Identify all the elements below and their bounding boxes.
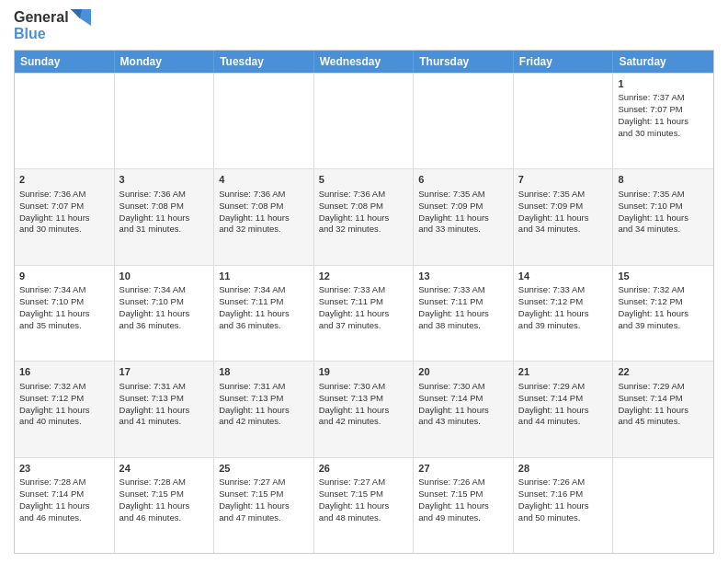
day-info-line: and 39 minutes.: [618, 320, 709, 332]
day-info-line: Sunrise: 7:34 AM: [219, 284, 309, 296]
day-number: 3: [119, 173, 210, 187]
calendar-week-4: 16Sunrise: 7:32 AMSunset: 7:12 PMDayligh…: [15, 361, 713, 456]
day-info-line: Sunrise: 7:30 AM: [319, 381, 409, 393]
calendar-cell: 19Sunrise: 7:30 AMSunset: 7:13 PMDayligh…: [314, 362, 415, 456]
day-info-line: Sunrise: 7:32 AM: [618, 284, 709, 296]
day-info-line: Sunrise: 7:29 AM: [618, 381, 709, 393]
day-info-line: Sunrise: 7:36 AM: [219, 189, 309, 201]
day-info-line: Sunrise: 7:35 AM: [618, 189, 709, 201]
day-info-line: and 37 minutes.: [319, 320, 409, 332]
day-info-line: and 44 minutes.: [518, 416, 609, 428]
day-info-line: Sunrise: 7:27 AM: [219, 477, 309, 488]
calendar-cell: 8Sunrise: 7:35 AMSunset: 7:10 PMDaylight…: [613, 169, 713, 264]
day-info-line: Sunset: 7:13 PM: [319, 393, 409, 405]
day-info-line: Sunset: 7:08 PM: [219, 201, 309, 213]
day-info-line: Sunset: 7:07 PM: [618, 104, 709, 116]
day-info-line: Sunset: 7:14 PM: [618, 393, 709, 405]
day-info-line: Daylight: 11 hours: [219, 405, 309, 417]
day-number: 21: [518, 365, 609, 379]
day-info-line: Daylight: 11 hours: [518, 500, 609, 512]
calendar-cell: 11Sunrise: 7:34 AMSunset: 7:11 PMDayligh…: [214, 266, 314, 361]
day-info-line: Sunrise: 7:33 AM: [319, 284, 409, 296]
day-info-line: and 42 minutes.: [219, 416, 309, 428]
day-number: 17: [119, 365, 210, 379]
day-info-line: and 31 minutes.: [119, 224, 210, 236]
day-info-line: and 47 minutes.: [219, 512, 309, 524]
day-info-line: Sunrise: 7:35 AM: [418, 189, 508, 201]
day-number: 15: [618, 270, 709, 283]
day-info-line: Sunset: 7:11 PM: [219, 296, 309, 308]
day-info-line: Daylight: 11 hours: [219, 500, 309, 512]
day-info-line: Sunset: 7:10 PM: [19, 296, 109, 308]
day-number: 14: [518, 270, 609, 283]
day-header-wednesday: Wednesday: [314, 51, 415, 73]
day-info-line: Daylight: 11 hours: [219, 308, 309, 320]
calendar-cell: 6Sunrise: 7:35 AMSunset: 7:09 PMDaylight…: [414, 169, 514, 264]
day-info-line: Daylight: 11 hours: [119, 405, 210, 417]
day-info-line: and 34 minutes.: [518, 224, 609, 236]
page-header: General Blue: [14, 9, 714, 42]
day-info-line: Daylight: 11 hours: [618, 308, 709, 320]
day-header-sunday: Sunday: [15, 51, 115, 73]
calendar-body: 1Sunrise: 7:37 AMSunset: 7:07 PMDaylight…: [15, 73, 713, 553]
day-info-line: Daylight: 11 hours: [119, 213, 210, 224]
day-info-line: Daylight: 11 hours: [19, 405, 109, 417]
day-number: 22: [618, 365, 709, 379]
day-info-line: Sunrise: 7:28 AM: [119, 477, 210, 488]
day-info-line: Sunset: 7:07 PM: [19, 201, 109, 213]
day-info-line: Sunset: 7:14 PM: [418, 393, 508, 405]
calendar-cell: 15Sunrise: 7:32 AMSunset: 7:12 PMDayligh…: [613, 266, 713, 361]
day-info-line: and 35 minutes.: [19, 320, 109, 332]
day-info-line: Daylight: 11 hours: [319, 308, 409, 320]
calendar-cell: 23Sunrise: 7:28 AMSunset: 7:14 PMDayligh…: [15, 458, 115, 553]
day-info-line: Sunset: 7:12 PM: [618, 296, 709, 308]
day-info-line: Sunset: 7:09 PM: [518, 201, 609, 213]
day-info-line: and 40 minutes.: [19, 416, 109, 428]
day-number: 28: [518, 462, 609, 476]
calendar-cell: 10Sunrise: 7:34 AMSunset: 7:10 PMDayligh…: [115, 266, 215, 361]
day-info-line: Daylight: 11 hours: [518, 405, 609, 417]
day-info-line: Daylight: 11 hours: [518, 213, 609, 224]
day-info-line: Daylight: 11 hours: [119, 308, 210, 320]
day-info-line: Sunset: 7:10 PM: [119, 296, 210, 308]
day-info-line: Daylight: 11 hours: [618, 405, 709, 417]
day-info-line: Daylight: 11 hours: [19, 308, 109, 320]
calendar-cell: 14Sunrise: 7:33 AMSunset: 7:12 PMDayligh…: [514, 266, 614, 361]
day-info-line: Sunrise: 7:30 AM: [418, 381, 508, 393]
logo: General Blue: [14, 9, 91, 42]
calendar-cell: 26Sunrise: 7:27 AMSunset: 7:15 PMDayligh…: [314, 458, 415, 553]
day-info-line: Sunrise: 7:32 AM: [19, 381, 109, 393]
calendar-cell: 28Sunrise: 7:26 AMSunset: 7:16 PMDayligh…: [514, 458, 614, 553]
day-info-line: and 39 minutes.: [518, 320, 609, 332]
day-number: 18: [219, 365, 309, 379]
day-info-line: Sunrise: 7:33 AM: [518, 284, 609, 296]
calendar-cell: [613, 458, 713, 553]
day-info-line: Sunrise: 7:27 AM: [319, 477, 409, 488]
day-info-line: Sunset: 7:12 PM: [19, 393, 109, 405]
day-number: 1: [618, 77, 709, 91]
calendar-cell: 18Sunrise: 7:31 AMSunset: 7:13 PMDayligh…: [214, 362, 314, 456]
day-number: 7: [518, 173, 609, 187]
day-info-line: and 30 minutes.: [19, 224, 109, 236]
day-info-line: and 34 minutes.: [618, 224, 709, 236]
calendar-cell: 5Sunrise: 7:36 AMSunset: 7:08 PMDaylight…: [314, 169, 415, 264]
day-info-line: Daylight: 11 hours: [319, 213, 409, 224]
day-info-line: Daylight: 11 hours: [418, 405, 508, 417]
calendar-cell: 2Sunrise: 7:36 AMSunset: 7:07 PMDaylight…: [15, 169, 115, 264]
calendar-week-2: 2Sunrise: 7:36 AMSunset: 7:07 PMDaylight…: [15, 168, 713, 264]
day-info-line: Daylight: 11 hours: [19, 500, 109, 512]
day-number: 9: [19, 270, 109, 283]
day-info-line: Sunrise: 7:36 AM: [119, 189, 210, 201]
day-info-line: Sunset: 7:14 PM: [19, 488, 109, 500]
day-number: 23: [19, 462, 109, 476]
day-info-line: Daylight: 11 hours: [418, 500, 508, 512]
day-number: 8: [618, 173, 709, 187]
calendar-cell: [314, 74, 415, 168]
calendar-cell: 13Sunrise: 7:33 AMSunset: 7:11 PMDayligh…: [414, 266, 514, 361]
day-header-friday: Friday: [514, 51, 614, 73]
day-info-line: Sunrise: 7:33 AM: [418, 284, 508, 296]
day-number: 26: [319, 462, 409, 476]
day-info-line: Daylight: 11 hours: [319, 500, 409, 512]
day-info-line: Sunset: 7:11 PM: [319, 296, 409, 308]
day-info-line: Daylight: 11 hours: [618, 116, 709, 128]
